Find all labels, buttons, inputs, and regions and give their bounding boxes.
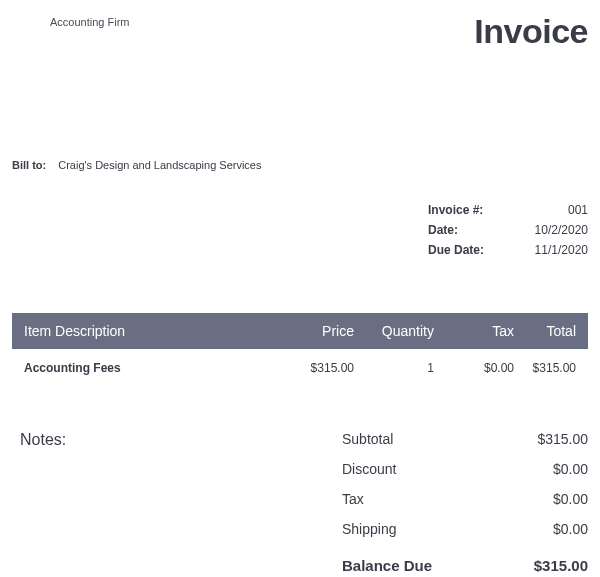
table-header: Item Description Price Quantity Tax Tota… xyxy=(12,313,588,349)
meta-label: Date: xyxy=(428,223,508,237)
subtotal-value: $315.00 xyxy=(537,431,588,447)
row-price: $315.00 xyxy=(274,361,354,375)
bill-to-label: Bill to: xyxy=(12,159,46,171)
bottom-section: Notes: Subtotal $315.00 Discount $0.00 T… xyxy=(12,431,588,574)
meta-value: 11/1/2020 xyxy=(508,243,588,257)
row-description: Accounting Fees xyxy=(24,361,274,375)
discount-value: $0.00 xyxy=(553,461,588,477)
meta-label: Due Date: xyxy=(428,243,508,257)
meta-date: Date: 10/2/2020 xyxy=(428,223,588,237)
row-quantity: 1 xyxy=(354,361,434,375)
col-header-total: Total xyxy=(514,323,576,339)
row-total: $315.00 xyxy=(514,361,576,375)
discount-label: Discount xyxy=(342,461,396,477)
meta-due-date: Due Date: 11/1/2020 xyxy=(428,243,588,257)
shipping-label: Shipping xyxy=(342,521,397,537)
tax-row: Tax $0.00 xyxy=(342,491,588,507)
tax-label: Tax xyxy=(342,491,364,507)
notes-label: Notes: xyxy=(12,431,342,449)
line-items-table: Item Description Price Quantity Tax Tota… xyxy=(12,313,588,387)
firm-name: Accounting Firm xyxy=(12,12,129,28)
table-row: Accounting Fees $315.00 1 $0.00 $315.00 xyxy=(12,349,588,387)
totals-section: Subtotal $315.00 Discount $0.00 Tax $0.0… xyxy=(342,431,588,574)
meta-label: Invoice #: xyxy=(428,203,508,217)
header: Accounting Firm Invoice xyxy=(12,12,588,51)
tax-value: $0.00 xyxy=(553,491,588,507)
bill-to-row: Bill to: Craig's Design and Landscaping … xyxy=(12,159,588,171)
col-header-quantity: Quantity xyxy=(354,323,434,339)
invoice-meta: Invoice #: 001 Date: 10/2/2020 Due Date:… xyxy=(12,203,588,257)
shipping-value: $0.00 xyxy=(553,521,588,537)
invoice-title: Invoice xyxy=(474,12,588,51)
balance-label: Balance Due xyxy=(342,557,432,574)
shipping-row: Shipping $0.00 xyxy=(342,521,588,537)
meta-invoice-number: Invoice #: 001 xyxy=(428,203,588,217)
balance-row: Balance Due $315.00 xyxy=(342,557,588,574)
row-tax: $0.00 xyxy=(434,361,514,375)
meta-value: 001 xyxy=(508,203,588,217)
balance-value: $315.00 xyxy=(534,557,588,574)
subtotal-row: Subtotal $315.00 xyxy=(342,431,588,447)
col-header-description: Item Description xyxy=(24,323,274,339)
col-header-price: Price xyxy=(274,323,354,339)
discount-row: Discount $0.00 xyxy=(342,461,588,477)
subtotal-label: Subtotal xyxy=(342,431,393,447)
bill-to-value: Craig's Design and Landscaping Services xyxy=(58,159,261,171)
col-header-tax: Tax xyxy=(434,323,514,339)
notes-section: Notes: xyxy=(12,431,342,574)
meta-value: 10/2/2020 xyxy=(508,223,588,237)
